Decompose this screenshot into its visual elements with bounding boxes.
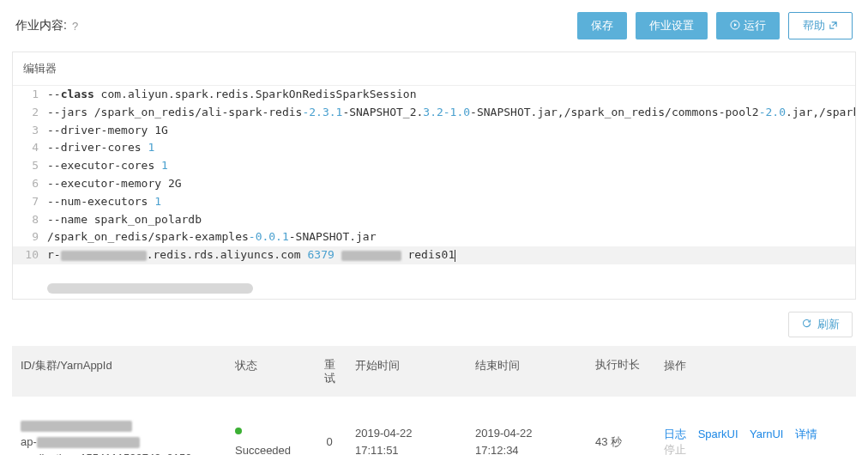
cell-ops: 日志 SparkUI YarnUI 详情 停止	[655, 415, 856, 455]
refresh-icon	[801, 318, 812, 331]
th-status: 状态	[226, 346, 312, 397]
th-id: ID/集群/YarnAppId	[12, 346, 226, 397]
cell-end: 2019-04-22 17:12:34	[467, 413, 587, 455]
run-label: 运行	[744, 18, 766, 33]
redacted-text	[341, 251, 401, 261]
code-line[interactable]: --executor-memory 2G	[47, 175, 855, 193]
th-end: 结束时间	[467, 346, 587, 397]
editor-title: 编辑器	[13, 52, 855, 86]
horizontal-scrollbar[interactable]	[47, 283, 848, 294]
table-row: ap- application_1554111592749_0150 Succe…	[12, 397, 856, 455]
page-header: 作业内容: ? 保存 作业设置 运行 帮助	[0, 0, 868, 52]
status-dot-icon	[235, 428, 242, 434]
help-icon[interactable]: ?	[72, 20, 78, 33]
cell-retry: 0	[312, 423, 347, 455]
page-title: 作业内容:	[15, 18, 67, 33]
op-log-link[interactable]: 日志	[664, 428, 686, 440]
code-line[interactable]: --class com.aliyun.spark.redis.SparkOnRe…	[47, 86, 855, 104]
gutter: 7	[13, 193, 47, 211]
cell-status: Succeeded	[226, 416, 312, 455]
cluster-prefix: ap-	[21, 435, 37, 448]
code-line[interactable]: --jars /spark_on_redis/ali-spark-redis-2…	[47, 104, 855, 122]
gutter: 5	[13, 157, 47, 175]
refresh-label: 刷新	[817, 317, 840, 332]
redacted-text	[21, 421, 132, 432]
jobs-table: ID/集群/YarnAppId 状态 重试 开始时间 结束时间 执行时长 操作 …	[12, 346, 856, 455]
th-duration: 执行时长	[587, 346, 655, 397]
th-retry: 重试	[312, 346, 347, 397]
op-sparkui-link[interactable]: SparkUI	[698, 428, 738, 440]
refresh-row: 刷新	[0, 300, 868, 346]
cell-duration: 43 秒	[587, 423, 655, 455]
editor-panel: 编辑器 1--class com.aliyun.spark.redis.Spar…	[12, 52, 856, 300]
gutter: 3	[13, 122, 47, 140]
op-detail-link[interactable]: 详情	[795, 428, 817, 440]
refresh-button[interactable]: 刷新	[788, 312, 853, 337]
gutter: 1	[13, 86, 47, 104]
status-text: Succeeded	[235, 444, 304, 455]
gutter: 2	[13, 104, 47, 122]
svg-marker-1	[734, 23, 737, 27]
th-ops: 操作	[655, 346, 856, 397]
cell-start: 2019-04-22 17:11:51	[347, 413, 467, 455]
op-yarnui-link[interactable]: YarnUI	[750, 428, 784, 440]
gutter: 4	[13, 139, 47, 157]
play-icon	[730, 20, 740, 33]
code-line[interactable]: --driver-cores 1	[47, 139, 855, 157]
code-line[interactable]: --name spark_on_polardb	[47, 211, 855, 229]
cell-id: ap- application_1554111592749_0150	[12, 403, 226, 455]
code-editor[interactable]: 1--class com.aliyun.spark.redis.SparkOnR…	[13, 86, 855, 294]
gutter: 10	[13, 246, 47, 264]
yarn-app-id: application_1554111592749_0150	[21, 452, 218, 455]
job-settings-button[interactable]: 作业设置	[636, 12, 708, 39]
code-line[interactable]: --num-executors 1	[47, 193, 855, 211]
code-line[interactable]: --driver-memory 1G	[47, 122, 855, 140]
text-cursor	[455, 250, 455, 262]
run-button[interactable]: 运行	[716, 12, 780, 39]
th-start: 开始时间	[347, 346, 467, 397]
help-label: 帮助	[803, 18, 825, 33]
gutter: 6	[13, 175, 47, 193]
scrollbar-thumb[interactable]	[47, 283, 253, 294]
redacted-text	[61, 251, 147, 261]
table-header: ID/集群/YarnAppId 状态 重试 开始时间 结束时间 执行时长 操作	[12, 346, 856, 397]
code-line[interactable]: r-.redis.rds.aliyuncs.com 6379 redis01	[47, 246, 855, 264]
help-button[interactable]: 帮助	[788, 12, 853, 39]
save-button[interactable]: 保存	[577, 12, 627, 39]
code-line[interactable]: --executor-cores 1	[47, 157, 855, 175]
code-line[interactable]: /spark_on_redis/spark-examples-0.0.1-SNA…	[47, 228, 855, 246]
gutter: 9	[13, 228, 47, 246]
external-link-icon	[829, 20, 838, 33]
redacted-text	[37, 437, 140, 448]
gutter: 8	[13, 211, 47, 229]
op-stop-disabled: 停止	[664, 443, 686, 455]
